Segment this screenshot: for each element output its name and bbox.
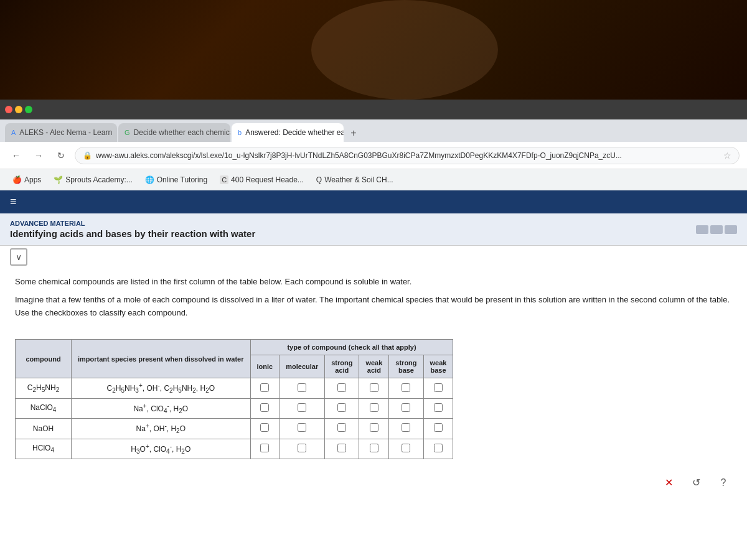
main-content: ≡ ADVANCED MATERIAL Identifying acids an… [0,190,747,560]
strong-base-check-4[interactable] [389,439,423,459]
weak-base-check-4[interactable] [423,439,453,459]
weak-base-checkbox-4[interactable] [434,444,443,452]
ionic-check-1[interactable] [250,378,280,398]
ionic-checkbox-4[interactable] [260,444,269,452]
wctrl-3[interactable] [725,225,737,234]
strong-base-checkbox-1[interactable] [402,383,410,392]
address-bar: ← → ↻ 🔒 www-awu.aleks.com/alekscgi/x/lsl… [0,142,747,169]
strong-acid-checkbox-2[interactable] [337,403,346,412]
tab-decide-g-icon: G [125,129,130,136]
tab-decide-g[interactable]: G Decide whether each chemical re... ✕ [118,123,230,142]
weak-acid-checkbox-1[interactable] [370,383,378,392]
strong-acid-header: strong acid [325,355,359,378]
molecular-checkbox-4[interactable] [298,444,306,452]
molecular-check-4[interactable] [280,439,325,459]
weak-acid-check-2[interactable] [359,398,389,418]
weak-base-checkbox-2[interactable] [434,403,443,412]
window-controls [696,225,737,234]
strong-acid-check-3[interactable] [325,419,359,439]
bookmarks-bar: 🍎 Apps 🌱 Sprouts Academy:... 🌐 Online Tu… [0,169,747,190]
bookmark-400-request[interactable]: C 400 Request Heade... [215,173,309,187]
table-row: NaClO4 Na+, ClO4-, H2O [16,398,453,418]
weak-acid-checkbox-3[interactable] [370,423,378,432]
back-button[interactable]: ← [7,147,25,164]
wctrl-1[interactable] [696,225,708,234]
bottom-action-row: ✕ ↺ ? [0,469,747,502]
compound-cell-2: NaClO4 [16,398,72,418]
ionic-check-3[interactable] [250,419,280,439]
bookmark-sprouts[interactable]: 🌱 Sprouts Academy:... [49,173,137,187]
weak-base-check-1[interactable] [423,378,453,398]
strong-base-checkbox-4[interactable] [402,444,410,452]
lock-icon: 🔒 [83,151,92,160]
bookmark-star-icon[interactable]: ☆ [723,151,731,161]
hamburger-menu[interactable]: ≡ [10,195,17,208]
bookmark-400-label: 400 Request Heade... [231,175,304,184]
url-bar[interactable]: 🔒 www-awu.aleks.com/alekscgi/x/lsl.exe/1… [75,147,740,164]
strong-base-check-3[interactable] [389,419,423,439]
compound-cell-3: NaOH [16,419,72,439]
clear-button[interactable]: ✕ [660,474,677,492]
strong-base-checkbox-2[interactable] [402,403,410,412]
advanced-material-badge: ADVANCED MATERIAL [10,220,255,227]
wctrl-2[interactable] [710,225,723,234]
weak-acid-header: weak acid [359,355,389,378]
weak-acid-checkbox-2[interactable] [370,403,378,412]
molecular-checkbox-2[interactable] [298,403,306,412]
tab-bar: A ALEKS - Alec Nema - Learn ✕ G Decide w… [0,119,747,142]
tab-aleks[interactable]: A ALEKS - Alec Nema - Learn ✕ [5,123,117,142]
strong-acid-check-4[interactable] [325,439,359,459]
bookmark-weather-icon: Q [316,175,322,184]
weak-acid-check-4[interactable] [359,439,389,459]
reload-button[interactable]: ↻ [52,147,70,164]
table-row: NaOH Na+, OH-, H2O [16,419,453,439]
new-tab-button[interactable]: + [345,124,362,142]
aleks-header: ≡ [0,190,747,213]
ionic-checkbox-1[interactable] [260,383,269,392]
strong-base-checkbox-3[interactable] [402,423,410,432]
bookmark-tutoring-label: Online Tutoring [157,175,207,184]
strong-base-check-1[interactable] [389,378,423,398]
strong-acid-checkbox-4[interactable] [337,444,346,452]
strong-acid-checkbox-1[interactable] [337,383,346,392]
molecular-check-3[interactable] [280,419,325,439]
collapse-section-button[interactable]: ∨ [10,248,27,266]
ionic-check-2[interactable] [250,398,280,418]
molecular-check-2[interactable] [280,398,325,418]
ionic-checkbox-2[interactable] [260,403,269,412]
weak-base-checkbox-3[interactable] [434,423,443,432]
weak-acid-checkbox-4[interactable] [370,444,378,452]
module-header: ADVANCED MATERIAL Identifying acids and … [0,213,747,246]
strong-acid-check-1[interactable] [325,378,359,398]
molecular-check-1[interactable] [280,378,325,398]
minimize-window-btn[interactable] [15,106,22,113]
molecular-checkbox-3[interactable] [298,423,306,432]
tab-aleks-label: ALEKS - Alec Nema - Learn [19,128,112,137]
ionic-checkbox-3[interactable] [260,423,269,432]
weak-acid-check-3[interactable] [359,419,389,439]
maximize-window-btn[interactable] [25,106,32,113]
weak-acid-check-1[interactable] [359,378,389,398]
weak-base-check-3[interactable] [423,419,453,439]
table-row: HClO4 H3O+, ClO4-, H2O [16,439,453,459]
forward-button[interactable]: → [30,147,47,164]
weak-base-checkbox-1[interactable] [434,383,443,392]
table-row: C2H5NH2 C2H5NH3+, OH-, C2H5NH2, H2O [16,378,453,398]
tab-answered[interactable]: b Answered: Decide whether each... ✕ [232,123,344,142]
ionic-check-4[interactable] [250,439,280,459]
close-window-btn[interactable] [5,106,12,113]
bookmark-weather[interactable]: Q Weather & Soil CH... [311,173,398,187]
molecular-header: molecular [280,355,325,378]
strong-base-check-2[interactable] [389,398,423,418]
strong-acid-checkbox-3[interactable] [337,423,346,432]
bookmark-apps-label: Apps [24,175,41,184]
bookmark-online-tutoring[interactable]: 🌐 Online Tutoring [140,173,212,187]
weak-base-check-2[interactable] [423,398,453,418]
molecular-checkbox-1[interactable] [298,383,306,392]
help-button[interactable]: ? [715,474,732,492]
bookmark-apps[interactable]: 🍎 Apps [7,173,46,187]
undo-button[interactable]: ↺ [687,474,705,492]
url-text: www-awu.aleks.com/alekscgi/x/lsl.exe/1o_… [96,151,622,160]
strong-acid-check-2[interactable] [325,398,359,418]
tab-decide-g-label: Decide whether each chemical re... [134,128,230,137]
